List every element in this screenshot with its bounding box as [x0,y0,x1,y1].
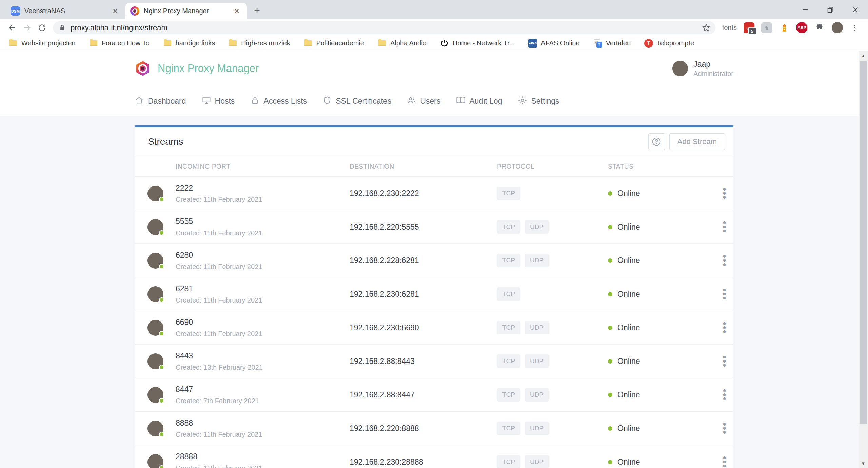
minimize-button[interactable] [793,0,818,19]
status-dot-icon [608,359,612,364]
help-button[interactable] [648,133,665,150]
column-header-destination: DESTINATION [350,163,497,170]
avatar-online-dot [159,465,164,468]
table-body: 2222 Created: 11th February 2021 192.168… [135,177,733,468]
url-text[interactable]: proxy.alpha-it.nl/nginx/stream [71,23,702,32]
table-row: 6690 Created: 11th February 2021 192.168… [135,311,733,345]
row-menu-button[interactable]: ••• [716,254,733,267]
row-menu-button[interactable]: ••• [716,288,733,300]
status-label: Online [617,256,640,265]
column-header-protocol: PROTOCOL [497,163,608,170]
nav-item-audit-log[interactable]: Audit Log [456,96,502,106]
restore-button[interactable] [818,0,843,19]
folder-icon [9,39,18,48]
gear-icon [518,96,527,106]
incoming-port: 8447 [176,385,350,394]
browser-profile-avatar[interactable] [832,22,843,33]
created-date: Created: 11th February 2021 [176,296,350,304]
close-window-button[interactable] [843,0,868,19]
afas-icon: AFAS [528,39,537,48]
protocol-badges: TCPUDP [497,388,608,402]
forward-icon[interactable] [20,20,35,35]
nav-item-settings[interactable]: Settings [518,96,559,106]
column-header-status: STATUS [608,163,716,170]
nav-item-users[interactable]: Users [407,96,440,106]
password-manager-extension-icon[interactable]: ...5 [744,22,754,33]
row-menu-button[interactable]: ••• [716,321,733,334]
scrollbar-thumb[interactable] [860,61,867,424]
page-content: Streams Add Stream INCOMING PORT DESTINA… [0,116,868,468]
folder-icon [229,39,237,48]
bookmark-item[interactable]: T Teleprompte [644,39,694,48]
created-date: Created: 11th February 2021 [176,229,350,237]
tab-close-icon[interactable]: ✕ [232,6,241,16]
protocol-badge-tcp: TCP [497,187,520,200]
status-dot-icon [608,326,612,330]
extensions-puzzle-icon[interactable] [814,22,825,33]
protocol-badges: TCPUDP [497,220,608,234]
scroll-up-icon[interactable]: ▲ [859,51,868,60]
bookmark-item[interactable]: Home - Netwerk Tr... [440,39,515,48]
status-dot-icon [608,426,612,431]
tab-veenstranas[interactable]: DSM VeenstraNAS ✕ [6,3,125,19]
extension-badge: 5 [748,27,756,35]
status-label: Online [617,222,640,232]
incoming-port: 5555 [176,217,350,226]
protocol-badge-udp: UDP [525,455,549,468]
tab-nginx-proxy-manager[interactable]: Nginx Proxy Manager ✕ [125,3,247,19]
nav-item-hosts[interactable]: Hosts [202,96,235,106]
table-row: 28888 Created: 11th February 2021 192.16… [135,445,733,468]
lock-icon [250,96,260,106]
row-menu-button[interactable]: ••• [716,221,733,233]
brand[interactable]: Nginx Proxy Manager [135,60,259,77]
fonts-extension[interactable]: fonts [722,24,737,32]
bookmark-item[interactable]: Website projecten [9,39,76,48]
bookmark-item[interactable]: High-res muziek [229,39,290,48]
row-menu-button[interactable]: ••• [716,355,733,367]
folder-icon [163,39,172,48]
bookmark-item[interactable]: AFAS AFAS Online [528,39,580,48]
page-scrollbar[interactable]: ▲ ▼ [859,51,868,468]
protocol-badge-tcp: TCP [497,220,520,234]
row-menu-button[interactable]: ••• [716,456,733,468]
bookmark-item[interactable]: handige links [163,39,215,48]
url-bar[interactable]: proxy.alpha-it.nl/nginx/stream [53,21,715,34]
destination: 192.168.2.220:5555 [350,222,497,232]
power-icon [440,39,449,48]
avatar-online-dot [159,432,164,437]
nav-item-access-lists[interactable]: Access Lists [250,96,307,106]
user-block[interactable]: Jaap Administrator [672,60,733,78]
status-cell: Online [608,323,716,332]
incoming-port: 6280 [176,251,350,260]
add-stream-button[interactable]: Add Stream [669,133,725,150]
window-controls [793,0,868,19]
back-icon[interactable] [5,20,20,35]
nav-item-dashboard[interactable]: Dashboard [135,96,186,106]
folder-icon [89,39,98,48]
tab-close-icon[interactable]: ✕ [111,6,120,16]
bookmark-item[interactable]: Alpha Audio [378,39,427,48]
refresh-icon[interactable] [35,20,50,35]
bookmark-star-icon[interactable] [702,23,711,32]
lighthouse-extension-icon[interactable] [779,22,790,33]
browser-menu-icon[interactable] [850,20,860,35]
tab-title: Nginx Proxy Manager [144,7,232,15]
user-avatar [672,61,688,76]
protocol-badge-tcp: TCP [497,321,520,334]
nav-item-ssl-certificates[interactable]: SSL Certificates [322,96,391,106]
bookmark-item[interactable]: Fora en How To [89,39,150,48]
scroll-down-icon[interactable]: ▼ [859,459,868,468]
adblock-plus-extension-icon[interactable]: ABP [796,22,807,33]
row-menu-button[interactable]: ••• [716,187,733,199]
disabled-extension-icon[interactable]: ♞ [761,22,772,33]
status-cell: Online [608,424,716,433]
folder-icon [304,39,313,48]
dsm-favicon-icon: DSM [11,6,20,16]
new-tab-button[interactable]: + [250,3,264,18]
brand-title: Nginx Proxy Manager [158,62,259,75]
incoming-port: 28888 [176,452,350,461]
row-menu-button[interactable]: ••• [716,422,733,434]
bookmark-item[interactable]: Vertalen [593,39,631,48]
bookmark-item[interactable]: Politieacademie [304,39,364,48]
row-menu-button[interactable]: ••• [716,389,733,401]
